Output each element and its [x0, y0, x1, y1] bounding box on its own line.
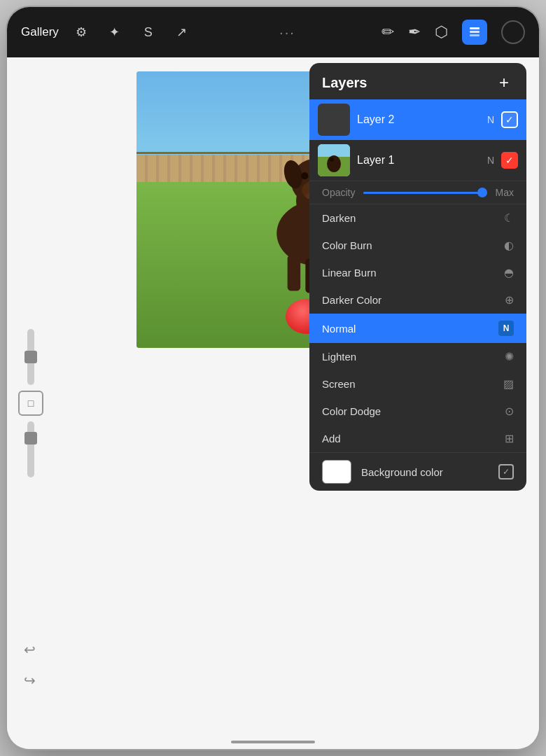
top-bar: Gallery ⚙ ✦ S ↗ ··· ✏ ✒ ⬡: [7, 7, 539, 57]
blend-normal[interactable]: Normal N: [309, 314, 526, 343]
blend-linear-burn-label: Linear Burn: [322, 267, 377, 279]
blend-color-dodge[interactable]: Color Dodge ⊙: [309, 398, 526, 425]
gallery-button[interactable]: Gallery: [21, 25, 59, 39]
background-color-checkbox[interactable]: [498, 464, 514, 479]
magic-icon[interactable]: ✦: [104, 21, 126, 43]
brush-size-slider[interactable]: [27, 329, 34, 385]
blend-add-icon: ⊞: [505, 432, 514, 445]
blend-lighten-icon: ✺: [505, 350, 514, 363]
layer-2-thumb: [318, 104, 350, 136]
layer-2-mode: N: [487, 114, 494, 125]
opacity-label: Opacity: [322, 187, 355, 198]
blend-darker-color-label: Darker Color: [322, 294, 382, 306]
layer-1-visibility[interactable]: [501, 152, 518, 169]
svg-point-19: [327, 155, 341, 172]
background-color-row[interactable]: Background color: [309, 452, 526, 491]
blend-darken-label: Darken: [322, 212, 356, 224]
opacity-value: Max: [496, 187, 514, 198]
home-indicator: [231, 741, 315, 743]
undo-redo-group: ↩ ↪: [17, 637, 42, 693]
layer-item-2[interactable]: Layer 2 N: [309, 99, 526, 140]
opacity-row: Opacity Max: [309, 181, 526, 204]
blend-screen[interactable]: Screen ▨: [309, 370, 526, 398]
opacity-slider[interactable]: [27, 421, 34, 477]
canvas-area: □ ↩ ↪: [7, 57, 539, 749]
blend-screen-icon: ▨: [503, 377, 514, 391]
pen-tool-icon[interactable]: ✏: [382, 23, 394, 41]
blend-color-dodge-icon: ⊙: [505, 405, 514, 418]
layer-1-thumb: [318, 144, 350, 176]
blend-color-dodge-label: Color Dodge: [322, 405, 381, 417]
layer-1-name: Layer 1: [357, 154, 480, 167]
layer-2-name: Layer 2: [357, 113, 480, 126]
svg-rect-1: [470, 31, 479, 33]
svg-rect-4: [287, 255, 300, 290]
redo-button[interactable]: ↪: [17, 668, 42, 693]
top-bar-right: ✏ ✒ ⬡: [382, 20, 525, 45]
top-bar-left: Gallery ⚙ ✦ S ↗: [21, 21, 193, 43]
layers-header: Layers +: [309, 63, 526, 99]
background-color-label: Background color: [361, 466, 489, 478]
blend-color-burn[interactable]: Color Burn ◐: [309, 232, 526, 259]
share-icon[interactable]: ↗: [171, 21, 193, 43]
blend-linear-burn-icon: ◓: [504, 266, 514, 279]
eraser-icon[interactable]: ⬡: [435, 23, 448, 41]
wrench-icon[interactable]: ⚙: [70, 21, 92, 43]
blend-color-burn-icon: ◐: [504, 239, 514, 252]
blend-color-burn-label: Color Burn: [322, 239, 372, 251]
blend-darker-color[interactable]: Darker Color ⊕: [309, 286, 526, 314]
layers-title: Layers: [322, 75, 368, 91]
blend-screen-label: Screen: [322, 378, 356, 390]
left-sidebar: □: [15, 329, 46, 477]
background-color-swatch[interactable]: [322, 460, 351, 484]
blend-darken[interactable]: Darken ☾: [309, 204, 526, 232]
blend-normal-icon: N: [498, 321, 514, 336]
blend-linear-burn[interactable]: Linear Burn ◓: [309, 259, 526, 286]
calligraphy-icon[interactable]: ✒: [408, 23, 421, 41]
blend-normal-label: Normal: [322, 323, 356, 335]
svg-rect-0: [470, 34, 479, 36]
layers-panel: Layers + Layer 2 N: [309, 63, 526, 491]
add-layer-button[interactable]: +: [494, 73, 514, 92]
blend-lighten[interactable]: Lighten ✺: [309, 343, 526, 370]
layer-item-1[interactable]: Layer 1 N: [309, 140, 526, 181]
color-picker[interactable]: [501, 20, 525, 44]
blend-modes-list: Darken ☾ Color Burn ◐ Linear Burn ◓ Dark…: [309, 204, 526, 452]
undo-button[interactable]: ↩: [17, 637, 42, 662]
top-bar-center: ···: [193, 24, 382, 41]
smudge-icon[interactable]: S: [137, 21, 160, 43]
layers-button[interactable]: [462, 20, 487, 45]
svg-rect-2: [470, 27, 479, 29]
layer-1-mode: N: [487, 155, 494, 166]
device: Gallery ⚙ ✦ S ↗ ··· ✏ ✒ ⬡: [7, 7, 539, 749]
opacity-slider[interactable]: [363, 192, 486, 194]
canvas-tool[interactable]: □: [18, 391, 43, 416]
blend-add[interactable]: Add ⊞: [309, 425, 526, 452]
svg-point-20: [330, 158, 334, 162]
blend-darken-icon: ☾: [504, 211, 514, 225]
blend-darker-color-icon: ⊕: [505, 293, 514, 307]
blend-add-label: Add: [322, 433, 341, 444]
svg-point-14: [301, 172, 308, 179]
more-options-icon[interactable]: ···: [279, 24, 295, 41]
blend-lighten-label: Lighten: [322, 351, 356, 363]
layer-2-visibility[interactable]: [501, 111, 518, 128]
